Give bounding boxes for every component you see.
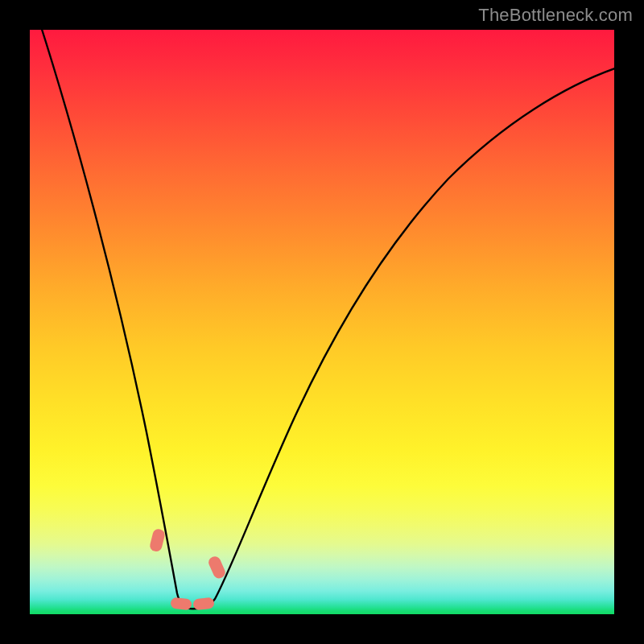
curve-marker — [149, 528, 166, 553]
curve-marker — [170, 597, 192, 611]
chart-frame: TheBottleneck.com — [0, 0, 644, 644]
bottleneck-curve — [39, 22, 615, 609]
curve-marker — [207, 555, 227, 580]
curve-marker — [192, 597, 214, 611]
watermark-text: TheBottleneck.com — [478, 5, 633, 26]
chart-curve-layer — [30, 30, 614, 614]
